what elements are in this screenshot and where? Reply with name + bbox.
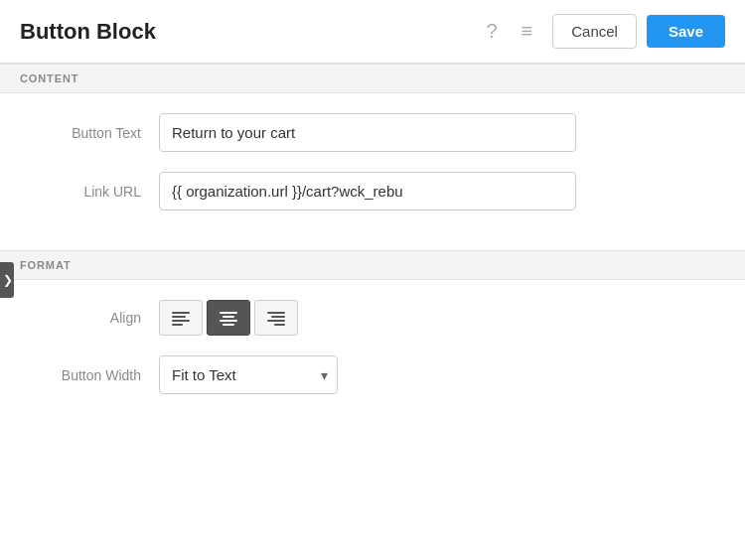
- align-row: Align: [30, 300, 715, 336]
- help-icon: ?: [486, 20, 497, 43]
- format-form: Align: [0, 280, 745, 434]
- button-text-row: Button Text: [30, 113, 715, 152]
- align-left-button[interactable]: [159, 300, 203, 336]
- align-right-icon: [266, 308, 286, 328]
- content-section-header: CONTENT: [0, 64, 745, 93]
- header-actions: Cancel Save: [552, 14, 725, 49]
- align-center-icon: [219, 308, 238, 328]
- button-text-input[interactable]: [159, 113, 576, 152]
- button-width-select-wrapper: Fit to Text Full Width Custom ▾: [159, 355, 338, 394]
- save-button[interactable]: Save: [647, 15, 725, 48]
- cancel-button[interactable]: Cancel: [552, 14, 637, 49]
- align-group: [159, 300, 298, 336]
- header: Button Block ? ≡ Cancel Save: [0, 0, 745, 64]
- left-tab-arrow: ❯: [3, 273, 13, 287]
- help-button[interactable]: ?: [482, 16, 501, 47]
- link-url-input[interactable]: [159, 172, 576, 210]
- link-url-row: Link URL: [30, 172, 715, 210]
- panel: ❯ Button Block ? ≡ Cancel Save CONTENT B…: [0, 0, 745, 560]
- menu-button[interactable]: ≡: [518, 16, 537, 47]
- button-text-label: Button Text: [30, 125, 159, 141]
- button-width-select[interactable]: Fit to Text Full Width Custom: [159, 355, 338, 394]
- menu-icon: ≡: [522, 20, 533, 43]
- format-section-header: FORMAT: [0, 250, 745, 280]
- align-label: Align: [30, 310, 159, 326]
- header-icons: ? ≡: [482, 16, 536, 47]
- button-width-row: Button Width Fit to Text Full Width Cust…: [30, 355, 715, 394]
- align-center-button[interactable]: [207, 300, 250, 336]
- link-url-label: Link URL: [30, 184, 159, 200]
- align-right-button[interactable]: [254, 300, 298, 336]
- content-form: Button Text Link URL: [0, 93, 745, 250]
- align-left-icon: [171, 308, 191, 328]
- page-title: Button Block: [20, 19, 482, 45]
- button-width-label: Button Width: [30, 367, 159, 383]
- left-tab[interactable]: ❯: [0, 262, 14, 298]
